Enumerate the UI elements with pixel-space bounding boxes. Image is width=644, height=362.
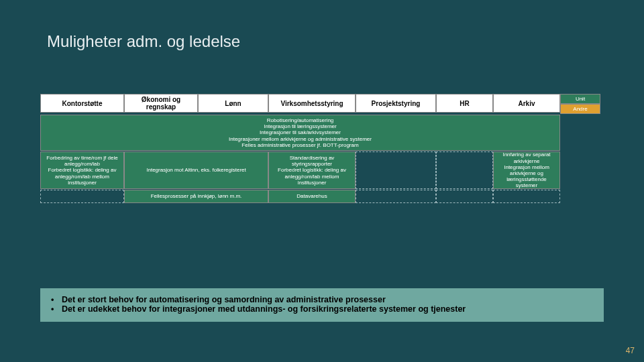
summary-item: Det er stort behov for automatisering og… (50, 295, 594, 304)
cell-arkiv-detail: Innføring av separat arkivkjerne Integra… (493, 152, 560, 189)
page-number: 47 (626, 346, 635, 355)
cell-okonomi-lonn-detail: Integrasjon mot Altinn, eks. folkeregist… (124, 152, 268, 189)
legend: Unit Andre (560, 94, 600, 114)
hdr-arkiv: Arkiv (493, 94, 560, 113)
hdr-virksomhet: Virksomhetsstyring (268, 94, 356, 113)
hdr-kontorstotte: Kontorstøtte (40, 94, 124, 113)
row-3: Fellesprosesser på innkjøp, lønn m.m. Da… (40, 190, 604, 203)
header-row: Kontorstøtte Økonomi og regnskap Lønn Vi… (40, 94, 604, 114)
hdr-hr: HR (436, 94, 493, 113)
summary-box: Det er stort behov for automatisering og… (40, 288, 604, 322)
summary-item: Det er udekket behov for integrasjoner m… (50, 304, 594, 314)
hdr-lonn: Lønn (198, 94, 268, 113)
legend-andre: Andre (560, 104, 600, 114)
cell-r3-fellesprosesser: Fellesprosesser på innkjøp, lønn m.m. (124, 190, 268, 203)
cell-kontorstotte-detail: Forbedring av time/rom jf dele anlegg/ro… (40, 152, 124, 189)
cell-r3-datavarehus: Datavarehus (268, 190, 356, 203)
row-2: Forbedring av time/rom jf dele anlegg/ro… (40, 152, 604, 189)
row-full-span: Robotisering/automatisering Integrasjon … (40, 115, 604, 151)
cell-hr-empty (436, 152, 493, 189)
legend-unit: Unit (560, 94, 600, 104)
cell-prosjekt-empty (356, 152, 436, 189)
cell-r3-kontor-empty (40, 190, 124, 203)
page-title: Muligheter adm. og ledelse (47, 32, 240, 51)
cell-virksomhet-detail: Standardisering av styringsrapporter For… (268, 152, 356, 189)
cell-r3-hr-empty (436, 190, 493, 203)
capability-table: Kontorstøtte Økonomi og regnskap Lønn Vi… (40, 94, 604, 203)
hdr-okonomi: Økonomi og regnskap (124, 94, 198, 113)
cell-r3-prosjekt-empty (356, 190, 436, 203)
summary-list: Det er stort behov for automatisering og… (50, 295, 594, 314)
hdr-prosjekt: Prosjektstyring (356, 94, 436, 113)
cell-full-span: Robotisering/automatisering Integrasjon … (40, 115, 560, 151)
cell-r3-arkiv-empty (493, 190, 560, 203)
